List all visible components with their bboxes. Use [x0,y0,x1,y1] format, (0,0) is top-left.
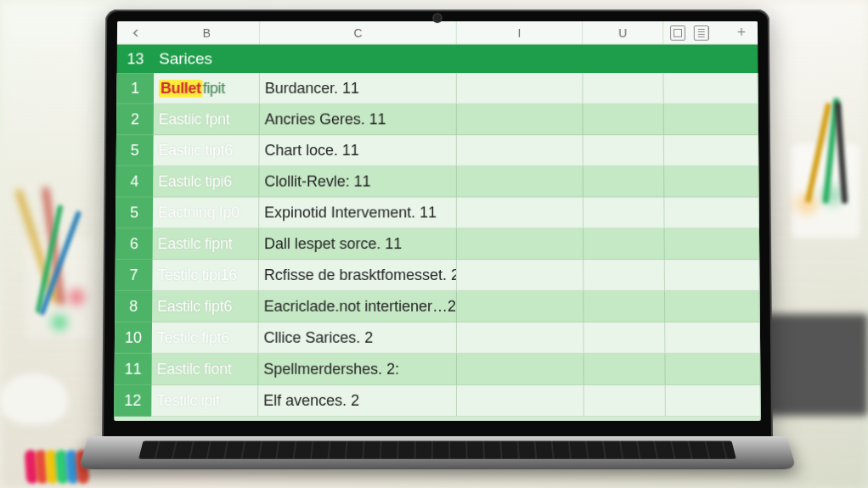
cell-rest[interactable] [664,135,758,166]
cell-i[interactable] [457,198,583,229]
webcam [434,14,441,21]
grid-body: 1 Bullet fipit Burdancer. 11 2 Eastiic f… [114,73,761,421]
cell-b[interactable]: Eastilc tipi6 [153,166,259,198]
cell-i[interactable] [457,323,584,354]
row-number[interactable]: 1 [116,73,154,104]
column-header-c[interactable]: C [260,21,457,44]
cell-i[interactable] [457,291,584,323]
table-row: 4 Eastilc tipi6 Clollit-Revle: 11 [116,166,758,198]
row-number[interactable]: 12 [114,385,151,417]
cell-b[interactable]: Eastilc fipnt [153,228,260,260]
cell-u[interactable] [583,135,664,166]
cell-c[interactable]: Spellmerdershes. 2: [258,354,457,385]
cell-c[interactable]: Expinotid Intervement. 11 [259,198,457,229]
cell-u[interactable] [583,73,663,104]
table-row: 12 Testilc ipit Elf avences. 2 [114,385,761,417]
cell-rest[interactable] [665,291,760,323]
cell-i[interactable] [457,73,583,104]
cell-c[interactable]: Ancries Geres. 11 [260,104,457,136]
spreadsheet-app: B C I U + 13 Sarices 1 Bullet fipit Burd… [114,21,761,421]
row-number[interactable]: 5 [116,198,153,229]
column-header-b[interactable]: B [154,21,260,44]
cell-b[interactable]: Bullet fipit [154,73,260,104]
table-row: 8 Eastilc fipt6 Eacriclade.not intertien… [115,291,760,323]
cell-u[interactable] [583,260,665,291]
cell-c[interactable]: Dall lespet sorce. 11 [259,228,457,260]
cell-i[interactable] [457,135,583,166]
cell-rest[interactable] [665,354,760,385]
cell-c[interactable]: Rcfisse de brasktfomesset. 21 [259,260,457,291]
cell-u[interactable] [583,291,665,323]
table-row: 2 Eastiic fpnt Ancries Geres. 11 [116,104,758,136]
cell-rest[interactable] [664,166,759,198]
cell-c[interactable]: Eacriclade.not intertiener…2 [259,291,457,323]
table-row: 11 Eastilc fiont Spellmerdershes. 2: [115,354,761,385]
laptop: B C I U + 13 Sarices 1 Bullet fipit Burd… [102,7,773,482]
table-row: 1 Bullet fipit Burdancer. 11 [116,73,758,104]
cell-i[interactable] [457,354,584,385]
cell-rest[interactable] [665,260,760,291]
title-cell[interactable]: Sarices [154,50,758,69]
table-row: 5 Eastiic tipt6 Chart loce. 11 [116,135,759,166]
cell-u[interactable] [583,198,665,229]
cell-i[interactable] [457,385,584,417]
cell-rest[interactable] [664,198,759,229]
title-row-number[interactable]: 13 [117,50,155,68]
column-header-u[interactable]: U [583,21,663,44]
cell-b[interactable]: Testilc fipt6 [152,323,259,354]
cell-i[interactable] [457,260,583,291]
cell-u[interactable] [583,228,665,260]
cell-c[interactable]: Burdancer. 11 [260,73,457,104]
cell-u[interactable] [584,354,666,385]
row-number[interactable]: 2 [116,104,154,136]
table-row: 6 Eastilc fipnt Dall lespet sorce. 11 [116,228,759,260]
row-number[interactable]: 8 [115,291,152,323]
column-header-row: B C I U + [117,21,758,45]
view-icon-a[interactable] [670,25,685,41]
cell-c[interactable]: Chart loce. 11 [259,135,456,166]
cell-c[interactable]: Clollit-Revle: 11 [259,166,457,198]
cell-b[interactable]: Eastilc fipt6 [152,291,259,323]
cell-u[interactable] [584,385,666,417]
laptop-keyboard [78,436,796,469]
add-column-icon[interactable]: + [737,24,747,42]
row-number[interactable]: 10 [115,323,152,354]
row-number[interactable]: 4 [116,166,153,198]
cell-rest[interactable] [664,104,758,136]
title-row: 13 Sarices [117,45,758,73]
cell-u[interactable] [583,104,664,136]
cell-b[interactable]: Testilc ipit [151,385,258,417]
cell-rest[interactable] [665,323,760,354]
cell-b[interactable]: Eastiic fpnt [154,104,260,136]
cell-b[interactable]: Eastiic tipt6 [153,135,259,166]
table-row: 5 Eactning Ip0 Expinotid Intervement. 11 [116,198,759,229]
row-number[interactable]: 11 [115,354,152,385]
row-number[interactable]: 7 [115,260,152,291]
cell-i[interactable] [457,228,583,260]
column-header-i[interactable]: I [457,21,583,44]
table-row: 7 Testilc tipi16 Rcfisse de brasktfomess… [115,260,759,291]
back-icon[interactable] [117,29,155,37]
cell-c[interactable]: Elf avences. 2 [258,385,457,417]
cell-rest[interactable] [663,73,758,104]
cell-u[interactable] [583,323,665,354]
cell-rest[interactable] [665,228,760,260]
cell-i[interactable] [457,104,583,136]
table-row: 10 Testilc fipt6 Cllice Sarices. 2 [115,323,760,354]
view-icon-b[interactable] [694,25,709,41]
row-number[interactable]: 6 [116,228,153,260]
cell-rest[interactable] [666,385,761,417]
row-number[interactable]: 5 [116,135,154,166]
cell-b[interactable]: Eastilc fiont [151,354,258,385]
cell-i[interactable] [457,166,583,198]
cell-b[interactable]: Testilc tipi16 [152,260,259,291]
cell-u[interactable] [583,166,665,198]
cell-b[interactable]: Eactning Ip0 [153,198,259,229]
cell-c[interactable]: Cllice Sarices. 2 [258,323,456,354]
